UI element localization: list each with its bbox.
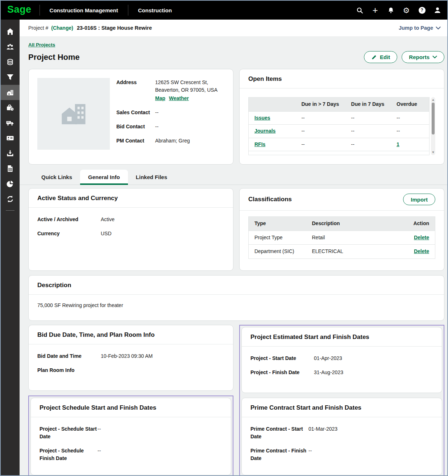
address-value: 12625 SW Crescent St, Beaverton, OR 9700… [155, 79, 217, 102]
home-icon [6, 27, 14, 36]
nav-construction-management[interactable]: Construction Management [40, 7, 128, 13]
prime-contract-dates-card: Prime Contract Start and Finish Dates Pr… [241, 398, 442, 475]
schedule-finish-label: Project - Schedule Finish Date [40, 447, 98, 462]
chevron-down-icon [432, 55, 437, 59]
section-tabs: Quick Links General Info Linked Files [28, 170, 444, 185]
classifications-card: Classifications Import Type Description … [239, 188, 444, 271]
project-number-label: Project # [28, 25, 48, 31]
col-description: Description [306, 217, 402, 231]
active-archived-label: Active / Archived [37, 216, 101, 223]
currency-value: USD [101, 230, 112, 237]
project-schedule-dates-card: Project Schedule Start and Finish Dates … [30, 398, 231, 475]
scrollbar-thumb[interactable] [432, 103, 435, 134]
edit-button[interactable]: Edit [364, 51, 397, 63]
bid-date-time-label: Bid Date and Time [37, 352, 101, 360]
buildings-icon [6, 88, 14, 97]
account-icon[interactable] [434, 6, 441, 14]
journals-link[interactable]: Journals [254, 128, 275, 134]
rfis-link[interactable]: RFIs [254, 141, 265, 147]
sidebar-item-contacts[interactable] [1, 131, 20, 146]
project-context-bar: Project # (Change) 23-016S : Stage House… [20, 20, 447, 36]
tab-general-info[interactable]: General Info [80, 170, 128, 185]
pm-contact-label: PM Contact [116, 137, 155, 145]
topbar-actions: + ⚙ ? [356, 6, 447, 14]
delete-link[interactable]: Delete [414, 235, 429, 240]
coins-icon [6, 58, 14, 66]
estimated-dates-title: Project Estimated Start and Finish Dates [250, 334, 369, 341]
sidebar-item-people[interactable] [1, 39, 20, 54]
sync-icon [6, 195, 14, 203]
prime-finish-date-value: -- [308, 447, 312, 462]
table-row: Department (SIC) ELECTRICAL Delete [249, 244, 435, 258]
change-project-link[interactable]: (Change) [51, 25, 73, 31]
sidebar-item-downloads[interactable] [1, 146, 20, 161]
scroll-down-icon[interactable]: ▼ [432, 150, 435, 155]
col-due-gt7: Due in > 7 Days [295, 98, 345, 111]
sidebar-item-reports-doc[interactable] [1, 161, 20, 176]
sidebar-item-coins[interactable] [1, 54, 20, 70]
page-content: All Projects Project Home Edit Reports [20, 36, 447, 475]
search-icon[interactable] [356, 6, 364, 14]
sales-contact-value: -- [155, 109, 158, 116]
spreadsheet-icon [6, 164, 14, 173]
highlight-outline-schedule: Project Schedule Start and Finish Dates … [28, 396, 233, 475]
estimated-dates-card: Project Estimated Start and Finish Dates… [241, 327, 442, 393]
import-button[interactable]: Import [403, 194, 435, 205]
sidebar-item-truck[interactable] [1, 115, 20, 131]
description-card: Description 75,000 SF Rewiring project f… [28, 275, 444, 321]
settings-icon[interactable]: ⚙ [402, 6, 410, 14]
project-schedule-dates-title: Project Schedule Start and Finish Dates [40, 404, 156, 411]
open-items-scrollbar[interactable]: ▲ ▼ [431, 97, 435, 155]
help-icon[interactable]: ? [418, 6, 426, 14]
people-icon [6, 42, 14, 51]
table-row: RFIs -- -- 1 [249, 138, 429, 151]
table-row: Issues -- -- -- [249, 111, 429, 125]
issues-link[interactable]: Issues [254, 115, 270, 121]
jump-to-page-dropdown[interactable]: Jump to Page [399, 25, 441, 31]
reports-dropdown-button[interactable]: Reports [402, 51, 444, 63]
tab-quick-links[interactable]: Quick Links [33, 170, 80, 185]
address-label: Address [116, 79, 155, 102]
delete-link[interactable]: Delete [414, 248, 429, 254]
open-items-card: Open Items Due in > 7 Days Due in 7 Days… [239, 69, 444, 165]
top-bar: Sage Construction Management Constructio… [1, 1, 447, 20]
rfis-overdue-count-link[interactable]: 1 [397, 141, 399, 147]
notifications-icon[interactable] [387, 6, 395, 14]
app-window: Sage Construction Management Constructio… [0, 0, 448, 476]
description-title: Description [37, 282, 71, 289]
breadcrumb-all-projects[interactable]: All Projects [28, 42, 55, 47]
col-type: Type [249, 217, 306, 231]
col-action: Action [402, 217, 435, 231]
pencil-icon [371, 54, 377, 60]
add-icon[interactable]: + [371, 6, 379, 14]
scroll-up-icon[interactable]: ▲ [432, 97, 435, 103]
filter-icon [6, 73, 14, 82]
project-finish-date-value: 31-Aug-2023 [314, 369, 343, 376]
weather-link[interactable]: Weather [169, 95, 189, 102]
classifications-table: Type Description Action Project Type Ret… [248, 216, 435, 259]
prime-start-date-value: 01-Mar-2023 [308, 425, 337, 440]
sidebar-item-filter[interactable] [1, 70, 20, 85]
pie-chart-icon [6, 179, 14, 188]
table-row: Journals -- -- -- [249, 124, 429, 138]
schedule-start-value: -- [98, 425, 101, 440]
tab-linked-files[interactable]: Linked Files [128, 170, 175, 185]
project-finish-date-label: Project - Finish Date [250, 369, 314, 376]
schedule-start-label: Project - Schedule Start Date [40, 425, 98, 440]
open-items-table: Due in > 7 Days Due in 7 Days Overdue Is… [248, 97, 430, 155]
sales-contact-label: Sales Contact [116, 109, 155, 116]
nav-construction[interactable]: Construction [128, 7, 182, 13]
schedule-finish-value: -- [98, 447, 101, 462]
sidebar-item-sync[interactable] [1, 191, 20, 207]
project-overview-card: Address 12625 SW Crescent St, Beaverton,… [28, 69, 233, 165]
open-items-header-row: Due in > 7 Days Due in 7 Days Overdue [249, 98, 429, 111]
sage-logo: Sage [1, 4, 40, 17]
sidebar-item-home[interactable] [1, 24, 20, 39]
project-name: 23-016S : Stage House Rewire [77, 25, 152, 31]
map-link[interactable]: Map [155, 95, 165, 102]
sidebar-item-dashboards[interactable] [1, 176, 20, 191]
sidebar-item-projects[interactable] [1, 85, 20, 100]
bid-contact-label: Bid Contact [116, 123, 155, 131]
sidebar-item-toolbox[interactable] [1, 100, 20, 115]
truck-icon [6, 119, 14, 127]
